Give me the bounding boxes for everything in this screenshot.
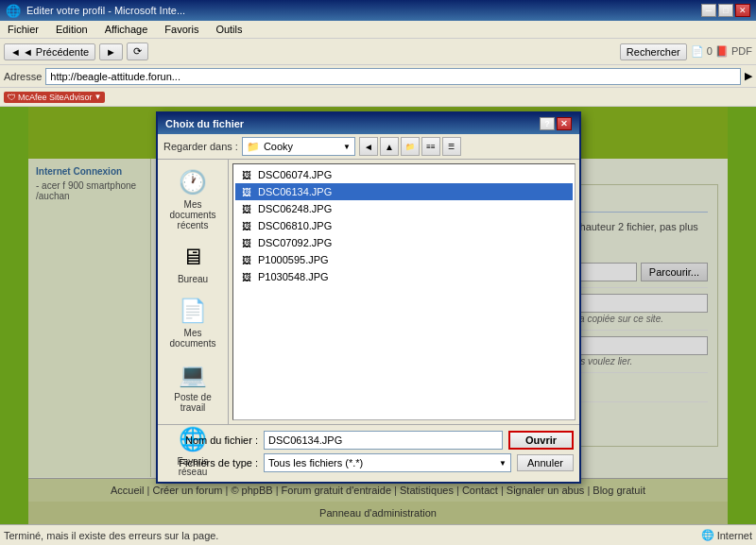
file-area: 🖼DSC06074.JPG🖼DSC06134.JPG🖼DSC06248.JPG🖼… <box>232 163 576 420</box>
file-name: DSC07092.JPG <box>258 237 332 248</box>
file-icon: 🖼 <box>239 167 254 182</box>
mcafee-dropdown-icon[interactable]: ▼ <box>94 93 102 101</box>
filename-input[interactable] <box>264 431 503 450</box>
nav-view1-button[interactable]: ≡≡ <box>421 137 440 156</box>
file-item[interactable]: 🖼P1000595.JPG <box>235 251 573 268</box>
status-text: Terminé, mais il existe des erreurs sur … <box>4 530 701 541</box>
poste-icon: 💻 <box>178 360 208 390</box>
mcafee-badge[interactable]: 🛡 McAfee SiteAdvisor ▼ <box>4 92 105 103</box>
menu-fichier[interactable]: Fichier <box>4 23 43 36</box>
internet-icon: 🌐 <box>701 529 714 541</box>
location-combo[interactable]: 📁 Cooky ▼ <box>242 137 355 156</box>
file-item[interactable]: 🖼P1030548.JPG <box>235 268 573 285</box>
minimize-button[interactable]: ─ <box>701 4 716 17</box>
browser-window: 🌐 Editer votre profil - Microsoft Inte..… <box>0 0 756 545</box>
file-item[interactable]: 🖼DSC06810.JPG <box>235 217 573 234</box>
dialog-title-bar: Choix du fichier ? ✕ <box>158 113 579 134</box>
back-icon: ◄ <box>10 46 21 58</box>
dialog-title-buttons: ? ✕ <box>540 117 572 130</box>
address-input[interactable] <box>45 68 741 85</box>
status-right: 🌐 Internet <box>701 529 752 541</box>
refresh-icon: ⟳ <box>133 45 142 58</box>
dialog-help-button[interactable]: ? <box>540 117 555 130</box>
file-item[interactable]: 🖼DSC06248.JPG <box>235 200 573 217</box>
file-item[interactable]: 🖼DSC06074.JPG <box>235 166 573 183</box>
toolbar: ◄ ◄ Précédente ► ⟳ Rechercher 📄 0 📕 PDF <box>0 39 756 65</box>
nav-up-button[interactable]: ▲ <box>380 137 399 156</box>
file-icon: 🖼 <box>239 201 254 216</box>
browser-icon: 🌐 <box>6 4 21 18</box>
go-icon[interactable]: ▶ <box>745 70 752 82</box>
dialog-sidebar: 🕐 Mes documents récents 🖥 Bureau 📄 Mes d… <box>158 160 229 424</box>
dialog-toolbar: Regarder dans : 📁 Cooky ▼ ◄ ▲ 📁 ≡≡ ☰ <box>158 134 579 160</box>
bureau-icon: 🖥 <box>178 242 208 272</box>
dialog-overlay: Choix du fichier ? ✕ Regarder dans : 📁 C… <box>0 107 756 524</box>
menu-favoris[interactable]: Favoris <box>161 23 202 36</box>
file-name: P1030548.JPG <box>258 271 329 282</box>
file-icon: 🖼 <box>239 269 254 284</box>
sidebar-favoris[interactable]: 🌐 Favoris réseau <box>162 424 224 477</box>
filetype-dropdown-icon[interactable]: ▼ <box>499 459 507 468</box>
dialog-close-button[interactable]: ✕ <box>557 117 572 130</box>
page-bg: Internet Connexion - acer f 900 smartpho… <box>0 107 756 524</box>
file-item[interactable]: 🖼DSC06134.JPG <box>235 183 573 200</box>
back-button[interactable]: ◄ ◄ Précédente <box>4 43 95 60</box>
mcafee-icon: 🛡 <box>8 93 16 102</box>
file-icon: 🖼 <box>239 218 254 233</box>
forward-button[interactable]: ► <box>99 43 123 60</box>
nav-create-button[interactable]: 📁 <box>401 137 420 156</box>
menu-edition[interactable]: Edition <box>52 23 92 36</box>
status-zone: 🌐 Internet <box>701 529 752 541</box>
filetype-label: Fichiers de type : <box>163 457 258 468</box>
filename-label: Nom du fichier : <box>163 434 258 446</box>
file-name: DSC06810.JPG <box>258 220 332 231</box>
sidebar-poste[interactable]: 💻 Poste de travail <box>162 360 224 413</box>
file-name: DSC06074.JPG <box>258 169 332 180</box>
title-bar: 🌐 Editer votre profil - Microsoft Inte..… <box>0 0 756 21</box>
mes-docs-label: Mes documents <box>162 328 224 349</box>
back-label: ◄ Précédente <box>23 46 89 58</box>
sidebar-bureau[interactable]: 🖥 Bureau <box>178 242 208 284</box>
file-icon: 🖼 <box>239 252 254 267</box>
nav-back-button[interactable]: ◄ <box>359 137 378 156</box>
file-icon: 🖼 <box>239 184 254 199</box>
open-button[interactable]: Ouvrir <box>508 431 574 450</box>
mcafee-label: McAfee SiteAdvisor <box>18 93 93 102</box>
file-name: P1000595.JPG <box>258 254 329 265</box>
file-name: DSC06134.JPG <box>258 186 332 197</box>
nav-view2-button[interactable]: ☰ <box>442 137 461 156</box>
address-label: Adresse <box>4 71 42 82</box>
file-icon: 🖼 <box>239 235 254 250</box>
toolbar-extra: 📄 0 📕 PDF <box>691 45 752 58</box>
location-label: Regarder dans : <box>163 141 238 152</box>
bureau-label: Bureau <box>178 274 208 284</box>
sidebar-recent[interactable]: 🕐 Mes documents récents <box>162 167 224 230</box>
file-item[interactable]: 🖼DSC07092.JPG <box>235 234 573 251</box>
close-button[interactable]: ✕ <box>735 4 750 17</box>
filetype-combo[interactable]: Tous les fichiers (*.*) ▼ <box>264 453 511 472</box>
location-dropdown-icon[interactable]: ▼ <box>343 143 351 151</box>
recent-icon: 🕐 <box>178 167 208 197</box>
poste-label: Poste de travail <box>162 392 224 413</box>
dialog-nav-buttons: ◄ ▲ 📁 ≡≡ ☰ <box>359 137 461 156</box>
dialog-body: 🕐 Mes documents récents 🖥 Bureau 📄 Mes d… <box>158 160 579 424</box>
location-value: Cooky <box>264 141 339 152</box>
file-list: 🖼DSC06074.JPG🖼DSC06134.JPG🖼DSC06248.JPG🖼… <box>233 164 575 287</box>
menu-outils[interactable]: Outils <box>212 23 246 36</box>
filetype-value: Tous les fichiers (*.*) <box>268 457 499 468</box>
mcafee-bar: 🛡 McAfee SiteAdvisor ▼ <box>0 88 756 107</box>
cancel-button[interactable]: Annuler <box>517 454 574 471</box>
folder-icon: 📁 <box>247 141 260 153</box>
sidebar-mes-docs[interactable]: 📄 Mes documents <box>162 296 224 349</box>
dialog-title-text: Choix du fichier <box>165 118 244 129</box>
status-bar: Terminé, mais il existe des erreurs sur … <box>0 524 756 545</box>
refresh-button[interactable]: ⟳ <box>127 43 148 60</box>
file-dialog: Choix du fichier ? ✕ Regarder dans : 📁 C… <box>156 111 581 484</box>
file-name: DSC06248.JPG <box>258 203 332 214</box>
menu-affichage[interactable]: Affichage <box>101 23 152 36</box>
zone-label: Internet <box>717 530 752 541</box>
search-button[interactable]: Rechercher <box>620 43 687 60</box>
maximize-button[interactable]: □ <box>718 4 733 17</box>
window-title: Editer votre profil - Microsoft Inte... <box>26 5 185 16</box>
forward-icon: ► <box>106 46 116 58</box>
